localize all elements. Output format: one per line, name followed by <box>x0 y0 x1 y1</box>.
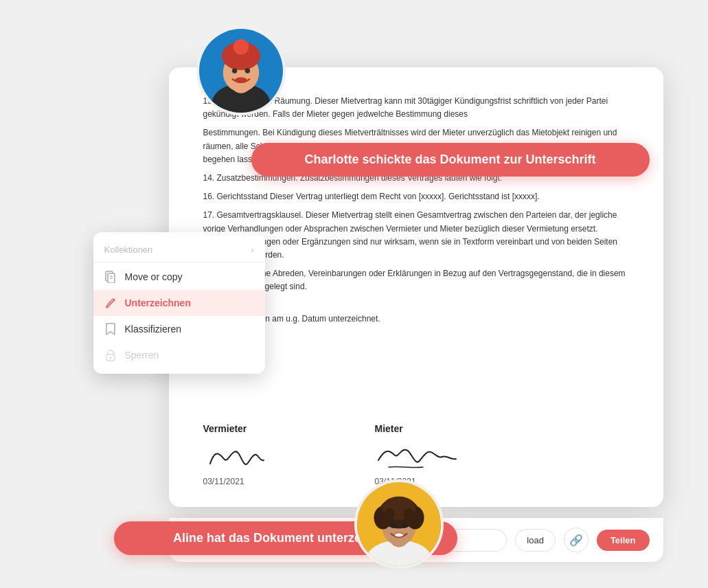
context-menu: Kollektionen › Move or copy <box>93 232 265 374</box>
signature-block-mieter: Mieter 03/11/2021 <box>375 423 464 486</box>
doc-para-7: Von allen Parteien am u.g. Datum unterze… <box>203 313 629 326</box>
notification-top-text: Charlotte schickte das Dokument zur Unte… <box>304 152 595 166</box>
menu-item-move-copy[interactable]: Move or copy <box>93 264 265 290</box>
svg-point-27 <box>403 508 413 521</box>
pen-icon <box>104 297 117 309</box>
chevron-right-icon: › <box>251 245 254 255</box>
svg-point-26 <box>384 508 394 521</box>
link-icon: 🔗 <box>569 534 583 547</box>
doc-para-4: 16. Gerichtsstand Dieser Vertrag unterli… <box>203 190 629 203</box>
doc-para-6: Es bestehen keine Abreden, Vereinbarunge… <box>203 267 629 293</box>
mieter-sig-img <box>375 440 464 474</box>
svg-point-16 <box>244 68 250 74</box>
vermieter-sig-img <box>203 440 293 474</box>
lock-icon <box>104 349 117 361</box>
menu-item-unterzeichnen[interactable]: Unterzeichnen <box>93 290 265 316</box>
download-button[interactable]: load <box>515 529 556 552</box>
bookmark-icon <box>104 323 117 335</box>
mieter-label: Mieter <box>375 423 464 434</box>
link-button[interactable]: 🔗 <box>564 528 589 552</box>
svg-point-15 <box>231 68 237 74</box>
menu-item-klassifizieren-label: Klassifizieren <box>125 324 181 335</box>
document-icon <box>104 271 117 283</box>
signature-block-vermieter: Vermieter 03/11/2021 <box>203 423 293 486</box>
notification-top: Charlotte schickte das Dokument zur Unte… <box>251 143 650 177</box>
menu-item-move-copy-label: Move or copy <box>125 271 183 282</box>
vermieter-label: Vermieter <box>203 423 293 434</box>
menu-divider-1 <box>93 262 265 262</box>
menu-item-sperren: Sperren <box>93 342 265 368</box>
svg-point-14 <box>233 39 249 55</box>
charlotte-avatar <box>196 26 286 115</box>
menu-header: Kollektionen › <box>93 238 265 260</box>
aline-avatar <box>354 479 444 569</box>
svg-point-17 <box>235 77 247 82</box>
svg-point-31 <box>395 534 402 537</box>
svg-point-7 <box>109 357 111 359</box>
svg-point-29 <box>402 523 407 528</box>
main-container: 13. Kündigung und Räumung. Dieser Mietve… <box>45 26 663 562</box>
menu-item-sperren-label: Sperren <box>125 350 159 361</box>
menu-header-label: Kollektionen <box>104 245 153 255</box>
vermieter-date: 03/11/2021 <box>203 477 293 486</box>
menu-item-unterzeichnen-label: Unterzeichnen <box>125 297 191 308</box>
teilen-button[interactable]: Teilen <box>597 530 650 551</box>
doc-para-5: 17. Gesamtvertragsklausel. Dieser Mietve… <box>203 209 629 262</box>
menu-item-klassifizieren[interactable]: Klassifizieren <box>93 316 265 342</box>
svg-point-28 <box>390 523 396 528</box>
